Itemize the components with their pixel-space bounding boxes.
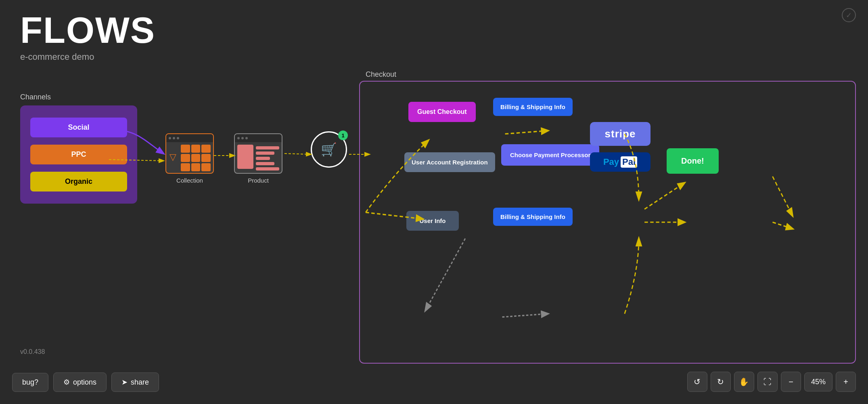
channels-group: Channels Social PPC Organic [20,93,137,204]
page-title: FLOWS [20,12,155,48]
choose-payment-label: Choose Payment Processor [510,152,590,158]
billing-shipping-bottom-node[interactable]: Billing & Shipping Info [493,208,573,226]
share-button[interactable]: ➤ share [111,372,159,392]
gear-icon: ⚙ [63,378,70,387]
page-subtitle: e-commerce demo [20,52,155,62]
right-toolbar: ↺ ↻ ✋ ⛶ − 45% + [687,372,856,392]
cart-node[interactable]: 🛒 1 [311,131,347,168]
cart-icon: 🛒 [321,142,337,157]
paypal-pay: Pay [603,157,619,167]
choose-payment-node[interactable]: Choose Payment Processor [501,144,599,166]
options-label: options [73,378,96,387]
paypal-node[interactable]: Pay Pal [590,152,650,172]
collection-card: ▽ [165,133,214,174]
product-image [237,145,253,169]
zoom-in-button[interactable]: + [836,372,856,392]
fit-button[interactable]: ⛶ [757,372,778,392]
user-info-node[interactable]: User Info [406,211,459,231]
hand-button[interactable]: ✋ [734,372,754,392]
redo-button[interactable]: ↻ [711,372,731,392]
options-button[interactable]: ⚙ options [53,372,107,392]
billing-shipping-top-label: Billing & Shipping Info [500,103,565,110]
channel-ppc[interactable]: PPC [30,145,127,164]
billing-shipping-top-node[interactable]: Billing & Shipping Info [493,98,573,116]
collection-label: Collection [165,177,214,184]
share-label: share [131,378,149,387]
product-label: Product [234,177,282,184]
zoom-level: 45% [804,372,832,391]
canvas: Channels Social PPC Organic ▽ Collection [20,93,856,364]
user-account-node[interactable]: User Account Registration [404,152,495,172]
channel-social[interactable]: Social [30,118,127,137]
checkout-container: Checkout Guest Checkout Billing & Shippi… [359,81,856,364]
share-icon: ➤ [121,378,128,387]
undo-button[interactable]: ↺ [687,372,707,392]
filter-icon: ▽ [169,152,176,162]
cart-badge: 1 [338,130,348,140]
product-card [234,133,282,174]
product-node[interactable]: Product [234,133,282,184]
bug-button[interactable]: bug? [12,373,48,392]
guest-checkout-node[interactable]: Guest Checkout [408,102,476,122]
done-node[interactable]: Done! [667,148,719,174]
stripe-node[interactable]: stripe [590,122,650,146]
channels-box: Social PPC Organic [20,105,137,204]
paypal-pal: Pal [621,156,637,168]
channel-organic[interactable]: Organic [30,172,127,191]
collection-node[interactable]: ▽ Collection [165,133,214,184]
bottom-toolbar: bug? ⚙ options ➤ share [12,372,159,392]
channels-label: Channels [20,93,137,101]
user-account-label: User Account Registration [412,159,488,166]
check-icon: ✓ [842,8,856,22]
header: FLOWS e-commerce demo [20,12,155,62]
billing-shipping-bottom-label: Billing & Shipping Info [500,213,565,220]
checkout-label: Checkout [366,70,396,79]
zoom-out-button[interactable]: − [781,372,801,392]
